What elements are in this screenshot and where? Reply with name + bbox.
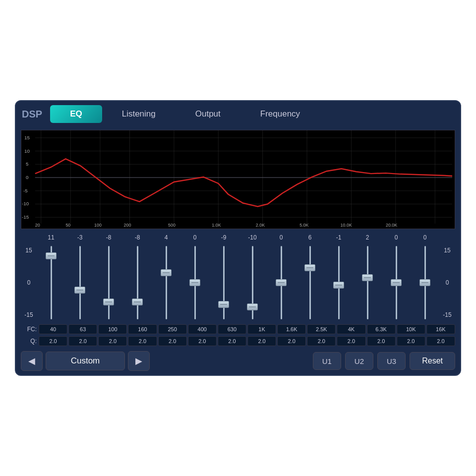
svg-text:20: 20: [35, 223, 40, 228]
next-button[interactable]: ▶: [128, 351, 150, 371]
q-cell-6[interactable]: 2.0: [218, 336, 246, 346]
q-cell-12[interactable]: 2.0: [397, 336, 425, 346]
fc-cell-3[interactable]: 160: [128, 324, 157, 334]
scale-left-mid: 0: [21, 279, 37, 286]
faders-container: [37, 243, 439, 322]
svg-text:10: 10: [24, 148, 30, 154]
fader-val-12: 0: [382, 234, 411, 241]
fader-1[interactable]: [65, 243, 94, 322]
fader-13[interactable]: [411, 243, 439, 322]
fader-8[interactable]: [267, 243, 296, 322]
fc-values: 40631001602504006301K1.6K2.5K4K6.3K10K16…: [39, 324, 455, 334]
fader-values-row: 11 -3 -8 -8 4 0 -9 -10 0 6 -1 2 0 0: [21, 234, 455, 241]
scale-left: 15 0 -15: [21, 243, 37, 322]
fc-cell-7[interactable]: 1K: [247, 324, 276, 334]
fader-track-2: [108, 246, 110, 319]
q-cell-9[interactable]: 2.0: [307, 336, 336, 346]
fader-thumb-0[interactable]: [46, 252, 57, 259]
fc-cell-0[interactable]: 40: [39, 324, 67, 334]
tab-listening[interactable]: Listening: [102, 105, 176, 123]
fader-thumb-1[interactable]: [74, 287, 85, 294]
fader-9[interactable]: [296, 243, 324, 322]
fader-11[interactable]: [353, 243, 382, 322]
header-tabs: DSP EQ Listening Output Frequency: [16, 101, 460, 127]
fader-db-values: 11 -3 -8 -8 4 0 -9 -10 0 6 -1 2 0 0: [37, 234, 439, 241]
fader-3[interactable]: [123, 243, 152, 322]
q-cell-7[interactable]: 2.0: [247, 336, 276, 346]
tab-output[interactable]: Output: [176, 105, 240, 123]
fader-val-13: 0: [411, 234, 439, 241]
fc-cell-8[interactable]: 1.6K: [277, 324, 306, 334]
preset-label-button[interactable]: Custom: [46, 352, 125, 370]
fader-section: 11 -3 -8 -8 4 0 -9 -10 0 6 -1 2 0 0 15 0: [16, 232, 460, 347]
reset-button[interactable]: Reset: [410, 352, 455, 370]
fc-cell-9[interactable]: 2.5K: [307, 324, 336, 334]
fader-thumb-12[interactable]: [391, 279, 402, 286]
fader-7[interactable]: [238, 243, 267, 322]
fader-thumb-5[interactable]: [189, 279, 200, 286]
fc-row: FC: 40631001602504006301K1.6K2.5K4K6.3K1…: [21, 324, 455, 334]
fader-thumb-13[interactable]: [419, 279, 430, 286]
fc-cell-1[interactable]: 63: [68, 324, 97, 334]
fader-val-3: -8: [123, 234, 152, 241]
fader-thumb-8[interactable]: [276, 279, 287, 286]
fc-cell-10[interactable]: 4K: [337, 324, 365, 334]
fader-val-1: -3: [65, 234, 94, 241]
q-cell-11[interactable]: 2.0: [367, 336, 396, 346]
fader-track-7: [252, 246, 253, 319]
svg-text:500: 500: [168, 223, 176, 228]
fc-cell-11[interactable]: 6.3K: [367, 324, 396, 334]
faders-area: 15 0 -15 15 0 -15: [21, 243, 455, 322]
svg-text:50: 50: [65, 223, 70, 228]
prev-button[interactable]: ◀: [21, 351, 43, 371]
fader-5[interactable]: [180, 243, 209, 322]
u1-button[interactable]: U1: [313, 352, 341, 370]
fader-track-12: [396, 246, 397, 319]
q-cell-10[interactable]: 2.0: [337, 336, 365, 346]
fader-val-2: -8: [94, 234, 123, 241]
fader-val-7: -10: [238, 234, 267, 241]
fc-cell-5[interactable]: 400: [188, 324, 217, 334]
scale-left-top: 15: [21, 247, 37, 254]
q-cell-1[interactable]: 2.0: [68, 336, 97, 346]
fader-6[interactable]: [209, 243, 238, 322]
fader-4[interactable]: [152, 243, 180, 322]
q-cell-0[interactable]: 2.0: [39, 336, 67, 346]
fader-thumb-3[interactable]: [132, 298, 143, 305]
tab-frequency[interactable]: Frequency: [240, 105, 320, 123]
fader-thumb-6[interactable]: [218, 301, 229, 308]
fader-10[interactable]: [324, 243, 353, 322]
fader-thumb-9[interactable]: [304, 264, 315, 271]
fader-0[interactable]: [37, 243, 65, 322]
fader-track-1: [79, 246, 81, 319]
eq-chart[interactable]: 15 10 5 0 -5 -10 -15 20 50 100 200 500 1…: [21, 130, 455, 229]
q-cell-8[interactable]: 2.0: [277, 336, 306, 346]
fc-cell-13[interactable]: 16K: [426, 324, 455, 334]
q-cell-3[interactable]: 2.0: [128, 336, 157, 346]
q-cell-2[interactable]: 2.0: [98, 336, 127, 346]
fader-thumb-4[interactable]: [161, 269, 172, 276]
u2-button[interactable]: U2: [345, 352, 373, 370]
fader-track-13: [424, 246, 426, 319]
fader-2[interactable]: [94, 243, 123, 322]
q-label: Q:: [21, 338, 39, 345]
tab-eq[interactable]: EQ: [50, 105, 102, 123]
fader-thumb-7[interactable]: [247, 303, 258, 310]
fc-cell-12[interactable]: 10K: [397, 324, 425, 334]
fader-thumb-10[interactable]: [333, 282, 344, 289]
q-cell-13[interactable]: 2.0: [426, 336, 455, 346]
dsp-label: DSP: [22, 109, 42, 120]
q-cell-4[interactable]: 2.0: [158, 336, 187, 346]
q-cell-5[interactable]: 2.0: [188, 336, 217, 346]
fader-thumb-11[interactable]: [362, 274, 373, 281]
scale-right: 15 0 -15: [439, 243, 455, 322]
fc-cell-2[interactable]: 100: [98, 324, 127, 334]
fader-track-3: [137, 246, 138, 319]
fc-cell-4[interactable]: 250: [158, 324, 187, 334]
fader-val-10: -1: [324, 234, 353, 241]
fader-track-6: [223, 246, 225, 319]
fc-cell-6[interactable]: 630: [218, 324, 246, 334]
fader-thumb-2[interactable]: [103, 298, 114, 305]
fader-12[interactable]: [382, 243, 411, 322]
u3-button[interactable]: U3: [377, 352, 406, 370]
